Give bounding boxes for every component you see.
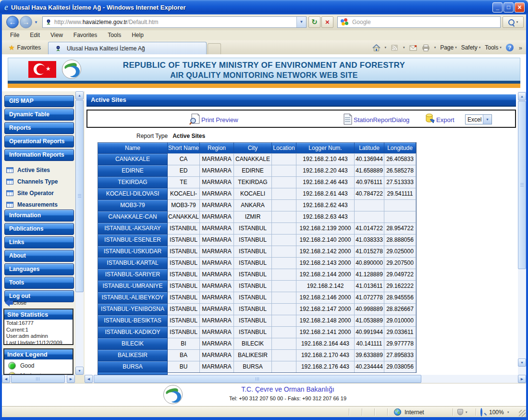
search-options-caret[interactable]: ▾ [516, 20, 518, 24]
page-vertical-scrollbar[interactable]: ▲ ▼ [518, 91, 526, 375]
sidebar-menu-button[interactable]: Publications [4, 223, 74, 235]
site-name-link[interactable]: ISTANBUL-ESENLER [98, 234, 168, 246]
sidebar-menu-button[interactable]: Reports [4, 122, 74, 134]
footer-ministry-link[interactable]: T.C. Çevre ve Orman Bakanlığı [192, 385, 384, 393]
sidebar-menu-button[interactable]: Links [4, 236, 74, 248]
search-box[interactable] [337, 16, 501, 28]
sidebar-menu-button[interactable]: About [4, 250, 74, 262]
favorites-button[interactable]: ★ Favorites [5, 42, 45, 53]
zoom-level[interactable]: 100% [489, 409, 504, 416]
sidebar-menu-button[interactable]: Information Reports [4, 149, 74, 161]
scroll-thumb[interactable] [94, 375, 421, 383]
site-name-link[interactable]: ISTANBUL-ALIBEYKOY [98, 292, 168, 303]
site-name-link[interactable]: ISTANBUL-KARTAL [98, 257, 168, 269]
address-bar-input[interactable]: http://www.havaizleme.gov.tr/Default.htm… [42, 16, 307, 28]
sidebar-vertical-scrollbar[interactable]: ▲ ▼ [75, 91, 84, 375]
longitude-cell: 26.585278 [384, 165, 416, 176]
sidebar-close[interactable]: Close [5, 299, 26, 307]
menu-item[interactable]: File [6, 30, 24, 40]
sidebar-horizontal-scrollbar[interactable]: ◀ ▶ [2, 375, 75, 383]
scroll-up-button[interactable]: ▲ [75, 91, 84, 99]
mail-icon[interactable] [409, 44, 417, 51]
browser-tab[interactable]: Ulusal Hava Kalitesi İzleme Ağ [48, 42, 207, 54]
site-name-link[interactable]: ISTANBUL-UMRANIYE [98, 280, 168, 292]
scroll-up-button[interactable]: ▲ [518, 92, 526, 100]
station-report-button[interactable]: StationReportDialog [343, 113, 409, 125]
site-name-link[interactable]: MOB3-79 [98, 199, 168, 211]
scroll-down-button[interactable]: ▼ [518, 358, 526, 367]
menu-item[interactable]: Edit [25, 30, 44, 40]
home-icon[interactable] [372, 44, 381, 51]
site-name-link[interactable]: ISTANBUL-AKSARAY [98, 222, 168, 234]
location-cell [272, 234, 296, 246]
zoom-caret[interactable]: ▾ [507, 410, 509, 414]
history-dropdown-icon[interactable]: ▼ [34, 20, 38, 25]
address-dropdown-button[interactable]: ▼ [296, 17, 306, 27]
print-caret[interactable]: ▾ [434, 46, 436, 49]
site-name-link[interactable]: BURSA [98, 361, 168, 372]
sidebar-menu-button[interactable]: Languages [4, 263, 74, 275]
sidebar-report-item[interactable]: Site Operator [6, 187, 74, 199]
protected-mode-caret[interactable]: ▾ [466, 410, 467, 414]
site-name-link[interactable]: ISTANBUL-KADIKOY [98, 326, 168, 338]
scroll-thumb[interactable] [11, 375, 65, 383]
close-button[interactable]: × [515, 2, 525, 12]
menu-item[interactable]: View [46, 30, 67, 40]
stop-button[interactable]: × [321, 16, 333, 28]
maximize-button[interactable]: □ [503, 2, 514, 12]
site-name-link[interactable]: CANAKKALE [98, 153, 168, 165]
page-horizontal-scrollbar[interactable]: ◀ ▶ [85, 375, 526, 383]
home-caret[interactable]: ▾ [385, 46, 387, 49]
refresh-button[interactable]: ↻ [308, 16, 320, 28]
site-name-link[interactable]: ISTANBUL-YENIBOSNA [98, 303, 168, 315]
sidebar-menu-button[interactable]: Tools [4, 277, 74, 289]
menu-item[interactable]: Help [127, 30, 148, 40]
scroll-right-button[interactable]: ▶ [518, 375, 526, 383]
site-name-link[interactable]: CANAKKALE-CAN [98, 211, 168, 222]
scroll-left-button[interactable]: ◀ [2, 375, 10, 383]
scroll-left-button[interactable]: ◀ [85, 375, 93, 383]
minimize-button[interactable]: _ [492, 2, 503, 12]
menu-item[interactable]: Favorites [69, 30, 101, 40]
sidebar-report-item[interactable]: Measurements [6, 199, 74, 210]
back-button[interactable]: ← [6, 16, 19, 28]
print-icon[interactable] [422, 44, 430, 51]
print-preview-button[interactable]: Print Preview [189, 113, 238, 125]
help-icon[interactable]: ? [506, 44, 514, 51]
site-name-link[interactable]: TEKIRDAG [98, 176, 168, 188]
sidebar-menu-button[interactable]: Operational Reports [4, 136, 74, 148]
sidebar-menu-button[interactable]: Information [4, 210, 74, 222]
region-cell: MARMARA [200, 338, 234, 349]
safety-menu[interactable]: Safety▾ [461, 44, 481, 51]
search-button[interactable]: ▾ [503, 16, 524, 28]
more-commands-chevron[interactable]: » [519, 44, 522, 51]
scroll-right-button[interactable]: ▶ [67, 375, 75, 383]
sidebar-menu-button[interactable]: GIS MAP [4, 95, 74, 107]
window-border [526, 14, 528, 420]
search-input[interactable] [351, 18, 500, 26]
new-tab-stub[interactable] [208, 43, 221, 55]
feed-icon[interactable] [391, 44, 399, 51]
export-format-select[interactable]: Excel ▼ [465, 114, 492, 124]
tools-menu[interactable]: Tools▾ [485, 44, 502, 51]
site-name-link[interactable]: BILECIK [98, 338, 168, 349]
site-name-link[interactable]: BALIKESIR [98, 349, 168, 361]
sidebar-report-item[interactable]: Active Sites [6, 164, 74, 176]
forward-button[interactable]: → [20, 16, 32, 28]
protected-mode-icon[interactable] [457, 409, 463, 415]
site-name-link[interactable]: ISTANBUL-USKUDAR [98, 246, 168, 257]
sidebar-menu-button[interactable]: Dynamic Table [4, 109, 74, 121]
site-name-link[interactable]: KOCAELI-DILOVASI [98, 188, 168, 199]
scroll-down-button[interactable]: ▼ [75, 367, 84, 375]
site-name-link[interactable]: ISTANBUL-SARIYER [98, 269, 168, 280]
sidebar-report-item[interactable]: Channels Type [6, 176, 74, 187]
site-name-link[interactable]: ISTANBUL-BESIKTAS [98, 315, 168, 326]
feed-caret[interactable]: ▾ [403, 46, 405, 49]
resize-grip[interactable] [519, 410, 526, 417]
site-name-link[interactable]: EDIRNE [98, 165, 168, 176]
menu-item[interactable]: Tools [103, 30, 125, 40]
scroll-thumb[interactable] [75, 100, 84, 292]
scroll-thumb[interactable] [518, 101, 526, 269]
export-button[interactable]: Export [425, 113, 454, 125]
page-menu[interactable]: Page▾ [440, 44, 457, 51]
